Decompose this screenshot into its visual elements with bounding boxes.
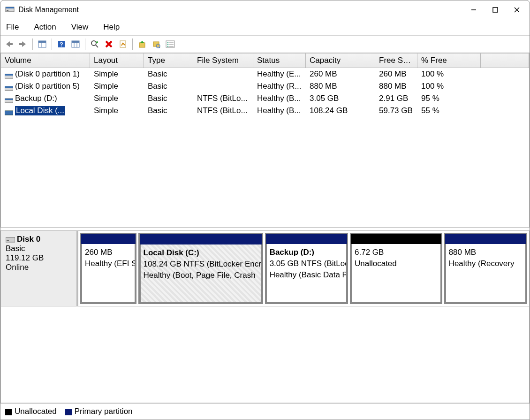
svg-rect-24	[139, 43, 145, 47]
maximize-button[interactable]	[485, 0, 506, 19]
svg-text:?: ?	[60, 41, 63, 48]
volume-list-body: (Disk 0 partition 1)SimpleBasicHealthy (…	[1, 68, 529, 227]
svg-rect-43	[7, 240, 9, 241]
cell-type: Basic	[144, 94, 193, 103]
partition-line2: Healthy (Basic Data P	[270, 270, 347, 279]
svg-rect-10	[38, 41, 46, 43]
cell-capacity: 3.05 GB	[306, 94, 375, 103]
cell-layout: Simple	[90, 94, 144, 103]
partition-color-bar	[351, 234, 441, 244]
cell-free: 2.91 GB	[375, 94, 417, 103]
col-filesystem[interactable]: File System	[193, 53, 253, 68]
disk-type: Basic	[6, 244, 72, 253]
app-icon	[5, 5, 15, 15]
partition-info: Local Disk (C:)108.24 GB NTFS (BitLocker…	[140, 244, 262, 303]
settings-grid-icon[interactable]	[70, 38, 81, 50]
svg-point-31	[167, 46, 169, 47]
volume-row[interactable]: (Disk 0 partition 1)SimpleBasicHealthy (…	[1, 68, 529, 80]
volume-name: (Disk 0 partition 1)	[15, 69, 80, 78]
detach-vhd-icon[interactable]	[151, 38, 162, 50]
menu-view[interactable]: View	[70, 22, 90, 33]
svg-rect-38	[5, 86, 13, 88]
cell-free: 59.73 GB	[375, 106, 417, 115]
cell-filesystem: NTFS (BitLo...	[193, 106, 253, 115]
partition-line1: 260 MB	[85, 248, 113, 257]
menu-help[interactable]: Help	[102, 22, 121, 33]
partition-line2: Healthy (Recovery	[449, 259, 515, 268]
legend-primary: Primary partition	[65, 407, 133, 416]
cell-capacity: 108.24 GB	[306, 106, 375, 115]
toolbar: ?	[0, 36, 530, 53]
forward-icon[interactable]	[17, 38, 29, 50]
svg-rect-15	[72, 41, 79, 43]
svg-rect-2	[7, 10, 8, 11]
back-icon[interactable]	[3, 38, 15, 50]
cell-layout: Simple	[90, 106, 144, 115]
svg-line-19	[96, 45, 98, 47]
disk-size: 119.12 GB	[6, 253, 72, 263]
partition-info: 880 MBHealthy (Recovery	[445, 244, 526, 303]
partition-block[interactable]: 260 MBHealthy (EFI S	[80, 233, 136, 304]
delete-icon[interactable]	[103, 38, 114, 50]
partition-info: 6.72 GBUnallocated	[351, 244, 441, 303]
disk-map: Disk 0 Basic 119.12 GB Online 260 MBHeal…	[0, 230, 530, 306]
partition-block[interactable]: 880 MBHealthy (Recovery	[444, 233, 527, 304]
partition-info: Backup (D:)3.05 GB NTFS (BitLocHealthy (…	[266, 244, 347, 303]
disk-status: Online	[6, 263, 72, 272]
svg-rect-23	[120, 41, 126, 47]
show-hide-tree-icon[interactable]	[37, 38, 48, 50]
minimize-button[interactable]	[463, 0, 485, 19]
partition-strip: 260 MBHealthy (EFI SLocal Disk (C:)108.2…	[78, 231, 529, 306]
partition-line1: 880 MB	[449, 248, 477, 257]
attach-vhd-icon[interactable]	[136, 38, 148, 50]
partition-title: Local Disk (C:)	[144, 248, 199, 257]
cell-pct: 95 %	[417, 94, 481, 103]
volume-row[interactable]: (Disk 0 partition 5)SimpleBasicHealthy (…	[1, 80, 529, 92]
cell-pct: 100 %	[417, 82, 481, 91]
refresh-scan-icon[interactable]	[89, 38, 100, 50]
list-options-icon[interactable]	[165, 38, 176, 50]
svg-rect-8	[19, 43, 23, 45]
properties-icon[interactable]	[117, 38, 129, 50]
partition-line2: Healthy (EFI S	[85, 259, 136, 268]
col-percent-free[interactable]: % Free	[417, 53, 481, 68]
svg-point-18	[91, 41, 96, 46]
cell-free: 260 MB	[375, 69, 417, 79]
svg-rect-4	[493, 8, 498, 12]
svg-rect-1	[6, 7, 14, 8]
titlebar: Disk Management	[0, 0, 530, 19]
cell-status: Healthy (E...	[253, 69, 306, 79]
svg-rect-42	[6, 237, 15, 242]
partition-info: 260 MBHealthy (EFI S	[81, 244, 136, 303]
partition-line2: Healthy (Boot, Page File, Crash	[144, 271, 256, 280]
content-area: Volume Layout Type File System Status Ca…	[0, 53, 530, 420]
col-volume[interactable]: Volume	[1, 53, 90, 68]
menu-action[interactable]: Action	[33, 22, 57, 33]
cell-status: Healthy (B...	[253, 94, 306, 103]
col-layout[interactable]: Layout	[90, 53, 144, 68]
col-free-space[interactable]: Free Sp...	[375, 53, 417, 68]
col-status[interactable]: Status	[253, 53, 306, 68]
menu-file[interactable]: File	[5, 22, 20, 33]
svg-rect-7	[9, 43, 13, 45]
cell-capacity: 260 MB	[306, 69, 375, 79]
close-button[interactable]	[506, 0, 528, 19]
volume-name: Backup (D:)	[15, 94, 57, 103]
partition-block[interactable]: Backup (D:)3.05 GB NTFS (BitLocHealthy (…	[265, 233, 348, 304]
volume-row[interactable]: Backup (D:)SimpleBasicNTFS (BitLo...Heal…	[1, 92, 529, 105]
disk-icon	[6, 237, 15, 243]
col-type[interactable]: Type	[144, 53, 193, 68]
col-capacity[interactable]: Capacity	[306, 53, 375, 68]
volume-row[interactable]: Local Disk (...SimpleBasicNTFS (BitLo...…	[1, 105, 529, 117]
help-icon[interactable]: ?	[56, 38, 67, 50]
cell-capacity: 880 MB	[306, 82, 375, 91]
partition-line1: 6.72 GB	[355, 248, 384, 257]
disk-label[interactable]: Disk 0 Basic 119.12 GB Online	[1, 231, 78, 306]
partition-line2: Unallocated	[355, 259, 397, 268]
cell-status: Healthy (R...	[253, 82, 306, 91]
partition-block[interactable]: Local Disk (C:)108.24 GB NTFS (BitLocker…	[138, 233, 263, 304]
partition-block[interactable]: 6.72 GBUnallocated	[350, 233, 442, 304]
volume-icon	[5, 72, 13, 77]
volume-list[interactable]: Volume Layout Type File System Status Ca…	[0, 53, 530, 228]
volume-icon	[5, 96, 13, 102]
